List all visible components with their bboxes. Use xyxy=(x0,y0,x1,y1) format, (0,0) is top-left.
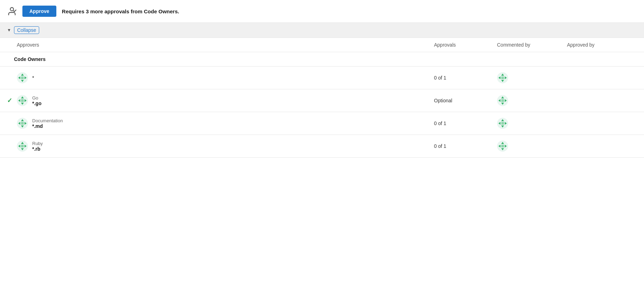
approver-info: * xyxy=(32,75,34,81)
approver-pattern: *.rb xyxy=(32,146,43,152)
row-approvers: Documentation*.md xyxy=(17,118,434,129)
section-title-row: Code Owners xyxy=(0,52,644,67)
header-approved-by: Approved by xyxy=(567,42,637,48)
avatar xyxy=(17,95,28,106)
row-approvers: Ruby*.rb xyxy=(17,140,434,152)
table-header: Approvers Approvals Commented by Approve… xyxy=(0,38,644,52)
approval-header: Approve Requires 3 more approvals from C… xyxy=(0,0,644,23)
section-title: Code Owners xyxy=(14,56,46,62)
table-body: *0 of 1 ✓ Go*.goOptional xyxy=(0,67,644,158)
chevron-down-icon[interactable]: ▼ xyxy=(7,28,11,33)
row-approvals: 0 of 1 xyxy=(434,143,497,149)
row-commented-by xyxy=(497,140,567,152)
table-row: Ruby*.rb0 of 1 xyxy=(0,135,644,158)
user-check-icon xyxy=(7,6,17,16)
requires-text: Requires 3 more approvals from Code Owne… xyxy=(62,8,179,14)
svg-rect-10 xyxy=(21,76,24,79)
approver-info: Ruby*.rb xyxy=(32,141,43,152)
row-approvals: 0 of 1 xyxy=(434,121,497,126)
approver-category: Ruby xyxy=(32,141,43,146)
approver-pattern: *.md xyxy=(32,123,63,129)
row-approvals: Optional xyxy=(434,98,497,103)
approver-pattern: *.go xyxy=(32,101,41,106)
commented-avatar xyxy=(497,140,508,152)
svg-rect-50 xyxy=(21,122,24,125)
row-commented-by xyxy=(497,72,567,83)
approver-category: Go xyxy=(32,95,41,101)
commented-avatar xyxy=(497,95,508,106)
svg-rect-70 xyxy=(21,145,24,148)
approver-info: Go*.go xyxy=(32,95,41,106)
avatar xyxy=(17,140,28,152)
row-approvals: 0 of 1 xyxy=(434,75,497,81)
commented-avatar xyxy=(497,118,508,129)
svg-rect-40 xyxy=(501,99,504,102)
row-approvers: Go*.go xyxy=(17,95,434,106)
header-approvals: Approvals xyxy=(434,42,497,48)
avatar xyxy=(17,72,28,83)
approver-pattern: * xyxy=(32,75,34,81)
svg-rect-30 xyxy=(21,99,24,102)
header-commented-by: Commented by xyxy=(497,42,567,48)
svg-rect-80 xyxy=(501,145,504,148)
table-row: Documentation*.md0 of 1 xyxy=(0,112,644,135)
approver-category: Documentation xyxy=(32,118,63,123)
table-row: ✓ Go*.goOptional xyxy=(0,89,644,112)
row-commented-by xyxy=(497,95,567,106)
avatar xyxy=(17,118,28,129)
row-commented-by xyxy=(497,118,567,129)
row-approvers: * xyxy=(17,72,434,83)
collapse-link[interactable]: Collapse xyxy=(14,26,39,34)
collapse-bar: ▼ Collapse xyxy=(0,23,644,38)
header-approvers: Approvers xyxy=(17,42,434,48)
approve-button[interactable]: Approve xyxy=(22,6,56,17)
check-icon: ✓ xyxy=(7,97,12,104)
svg-rect-20 xyxy=(501,76,504,79)
svg-point-0 xyxy=(10,8,13,11)
table-row: *0 of 1 xyxy=(0,67,644,89)
svg-rect-60 xyxy=(501,122,504,125)
approver-info: Documentation*.md xyxy=(32,118,63,129)
commented-avatar xyxy=(497,72,508,83)
